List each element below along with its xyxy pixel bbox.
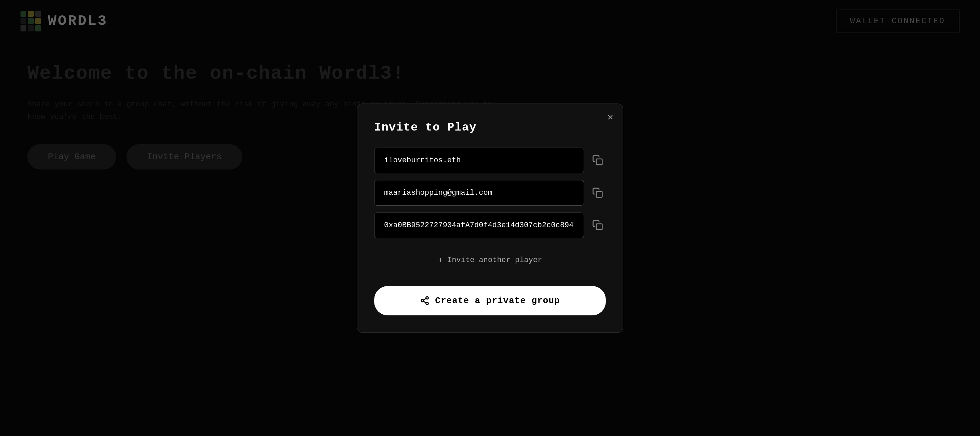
invite-another-label: Invite another player	[447, 256, 542, 264]
svg-rect-0	[596, 159, 602, 165]
copy-icon-3	[592, 220, 603, 231]
invite-input-1[interactable]	[374, 148, 584, 173]
plus-icon: +	[438, 255, 444, 266]
copy-button-2[interactable]	[589, 185, 606, 201]
invite-field-row-2	[374, 180, 606, 206]
copy-button-1[interactable]	[589, 152, 606, 169]
invite-field-row-3	[374, 213, 606, 238]
create-group-label: Create a private group	[435, 296, 560, 306]
modal-title: Invite to Play	[374, 121, 606, 134]
svg-line-7	[423, 298, 426, 300]
invite-another-button[interactable]: + Invite another player	[374, 245, 606, 276]
invite-modal: × Invite to Play	[357, 103, 623, 333]
copy-icon-1	[592, 155, 603, 166]
invite-field-row-1	[374, 148, 606, 173]
svg-rect-1	[596, 191, 602, 197]
invite-input-2[interactable]	[374, 180, 584, 206]
svg-rect-2	[596, 224, 602, 230]
modal-close-button[interactable]: ×	[607, 112, 613, 123]
modal-overlay[interactable]: × Invite to Play	[0, 0, 980, 436]
share-icon	[420, 296, 430, 306]
invite-input-3[interactable]	[374, 213, 584, 238]
create-group-button[interactable]: Create a private group	[374, 286, 606, 315]
copy-icon-2	[592, 187, 603, 198]
copy-button-3[interactable]	[589, 217, 606, 233]
svg-line-6	[423, 301, 426, 303]
